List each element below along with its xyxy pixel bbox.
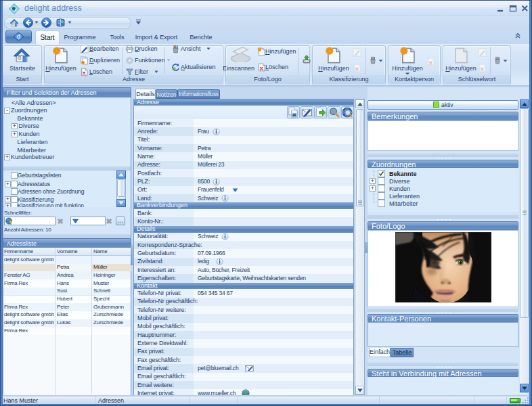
svg-text:d: d (17, 33, 20, 40)
